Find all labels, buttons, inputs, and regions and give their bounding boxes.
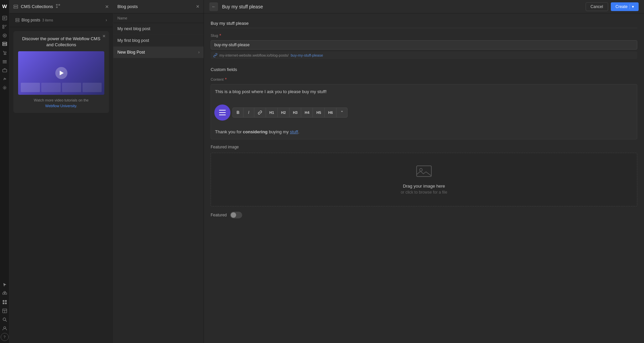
create-button[interactable]: Create ▾ [611,2,639,11]
featured-toggle-label: Featured [211,213,227,217]
content-line2-suffix: . [298,129,300,134]
bold-button[interactable]: B [233,108,244,117]
content-label: Content * [211,77,637,82]
h5-button[interactable]: H5 [313,108,325,117]
svg-rect-32 [14,7,18,8]
post-item-1[interactable]: My first blog post [113,35,204,47]
content-line2-link: stuff [290,129,298,134]
collections-settings-icon[interactable] [56,4,60,9]
blog-posts-nav-item[interactable]: Blog posts 3 items › [13,16,110,24]
hamburger-line-2 [219,112,226,113]
pages-icon[interactable] [1,14,9,22]
image-placeholder-icon [416,164,432,181]
svg-rect-35 [56,7,57,8]
svg-rect-15 [3,63,7,63]
post-item-0[interactable]: My next blog post [113,23,204,35]
cms-collections-title: CMS Collections [21,4,53,9]
svg-rect-39 [16,20,19,22]
svg-rect-9 [3,42,7,44]
styles-icon[interactable] [1,58,9,66]
svg-rect-6 [5,25,7,25]
database-small-icon [15,18,19,22]
promo-image[interactable] [18,51,104,95]
blog-posts-close-button[interactable]: ✕ [196,4,200,9]
name-input[interactable] [211,19,637,28]
cms-collections-close-button[interactable]: ✕ [105,4,109,9]
svg-rect-40 [417,166,431,177]
promo-watch-text: Watch more video tutorials on the [18,98,104,102]
featured-toggle-row: Featured [211,212,637,218]
webflow-logo-icon: W [1,2,9,10]
svg-rect-20 [4,291,5,292]
svg-rect-34 [59,4,60,5]
assets-icon[interactable] [1,66,9,74]
promo-close-button[interactable]: ✕ [102,34,106,39]
name-column-header: Name [113,13,204,23]
svg-point-11 [4,54,5,55]
svg-point-17 [4,87,5,88]
layout-tool-icon[interactable] [1,307,9,315]
database-icon [13,4,18,9]
h2-button[interactable]: H2 [278,108,289,117]
slug-input-row [211,40,637,50]
image-drop-zone[interactable]: Drag your image here or click to browse … [211,153,637,206]
collections-nav: Blog posts 3 items › [9,13,113,27]
main-content: ← Buy my stuff please Cancel Create ▾ Sl… [204,0,644,343]
component-tool-icon[interactable] [1,289,9,297]
featured-toggle[interactable] [230,212,242,218]
post-item-2[interactable]: New Blog Post › [113,47,204,58]
create-dropdown-icon[interactable]: ▾ [630,4,634,9]
content-line2-prefix: Thank you for [215,129,243,134]
content-rich-text[interactable]: This is a blog post where I ask you to p… [211,84,637,139]
url-preview: my-internet-website.webflow.io/blog-post… [211,52,637,59]
url-slug: buy-my-stuff-please [291,53,323,57]
promo-title: Discover the power of the Webflow CMS an… [18,36,104,48]
users-tool-icon[interactable] [1,324,9,332]
interactions-icon[interactable] [1,75,9,83]
svg-rect-21 [3,300,4,302]
link-button[interactable] [254,108,266,117]
italic-button[interactable]: I [244,108,254,117]
play-button[interactable] [55,67,67,79]
h3-button[interactable]: H3 [289,108,301,117]
cms-icon[interactable] [1,40,9,48]
url-domain: my-internet-website.webflow.io/blog-post… [219,53,289,57]
svg-rect-1 [3,17,6,17]
select-tool-icon[interactable] [1,281,9,289]
slug-label: Slug * [211,33,637,38]
content-required: * [225,77,227,82]
hamburger-line-1 [219,110,226,111]
h4-button[interactable]: H4 [301,108,313,117]
ecommerce-icon[interactable] [1,49,9,57]
create-label: Create [615,4,628,9]
svg-rect-7 [5,26,6,26]
svg-rect-24 [5,302,7,304]
svg-point-12 [5,54,6,55]
drop-sub: or click to browse for a file [401,190,447,195]
slug-input[interactable] [214,43,634,47]
help-icon[interactable]: ? [1,333,9,341]
hamburger-line-3 [219,115,226,115]
svg-rect-23 [3,302,4,304]
svg-rect-33 [56,4,57,5]
post-item-2-chevron: › [198,50,200,55]
back-button[interactable]: ← [209,2,218,11]
symbols-icon[interactable] [1,31,9,40]
svg-line-29 [5,320,7,322]
slug-required: * [219,33,221,38]
cms-collections-panel: CMS Collections ✕ Blog posts 3 items › ✕… [9,0,113,343]
settings-icon[interactable] [1,84,9,92]
h1-button[interactable]: H1 [266,108,278,117]
h6-button[interactable]: H6 [325,108,336,117]
navigator-icon[interactable] [1,23,9,31]
hamburger-menu[interactable] [214,105,230,121]
promo-link-suffix: . [76,104,77,108]
svg-rect-10 [3,44,7,46]
left-icon-bar: W ? [0,0,9,343]
cancel-button[interactable]: Cancel [586,2,608,11]
grid-tool-icon[interactable] [1,298,9,306]
blockquote-button[interactable]: " [336,108,347,117]
content-line1: This is a blog post where I ask you to p… [215,88,633,95]
webflow-university-link[interactable]: Webflow University [45,104,76,108]
search-tool-icon[interactable] [1,316,9,324]
